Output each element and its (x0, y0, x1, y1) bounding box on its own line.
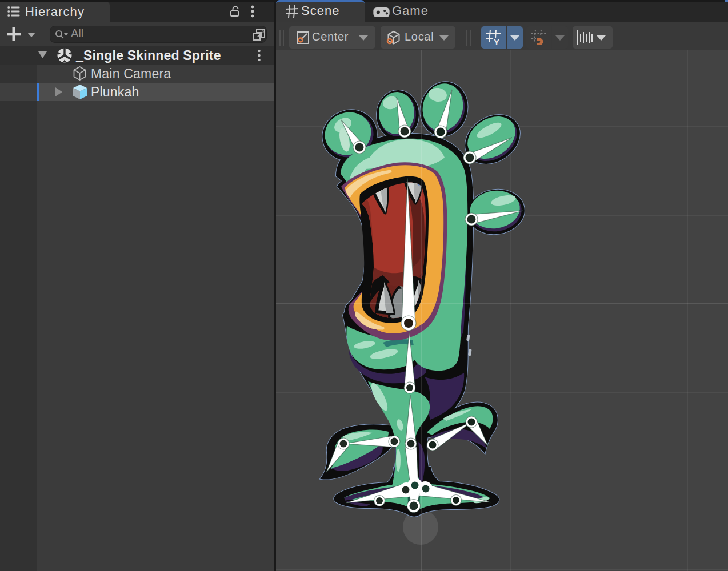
svg-text:Y: Y (494, 37, 499, 46)
